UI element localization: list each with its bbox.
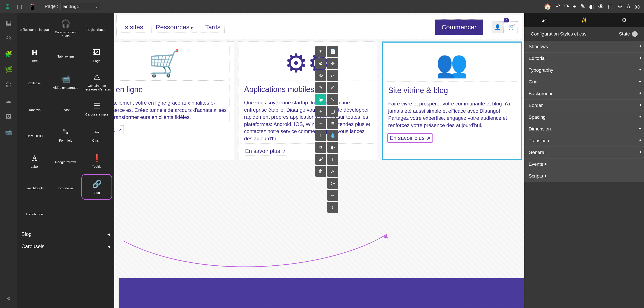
- tablet-icon[interactable]: ▢: [17, 3, 22, 10]
- comp-loginbutton[interactable]: Loginbutton: [19, 200, 50, 226]
- home-icon[interactable]: 🏠: [544, 3, 552, 10]
- text-icon[interactable]: T: [327, 154, 338, 165]
- mobile-icon[interactable]: 📱: [29, 3, 36, 10]
- move-icon[interactable]: ✥: [327, 58, 338, 69]
- image-icon[interactable]: 🖼: [6, 113, 12, 120]
- prop-transition[interactable]: Transition: [524, 135, 644, 147]
- comp-carousel-simple[interactable]: ☰Carousel simple: [82, 96, 112, 122]
- comp-googlereviews[interactable]: Googlereviews: [50, 148, 81, 174]
- comp-lien[interactable]: 🔗Lien: [82, 174, 112, 200]
- comp-collapse[interactable]: Collapse: [19, 69, 50, 95]
- card-boutique[interactable]: 🛒 que en ligne pez facilement votre en l…: [114, 42, 234, 160]
- visibility-icon[interactable]: 👁: [315, 46, 326, 57]
- page-dropdown[interactable]: landing1: [60, 3, 101, 10]
- half-icon[interactable]: ◐: [327, 142, 338, 153]
- edit-icon[interactable]: ✎: [580, 3, 585, 10]
- comp-tooltip[interactable]: ❗Tooltip: [82, 148, 112, 174]
- font-tool-icon[interactable]: A: [327, 166, 338, 177]
- comp-dropdown[interactable]: Dropdown: [50, 174, 81, 200]
- prop-dimension[interactable]: Dimension: [524, 123, 644, 135]
- wand-icon[interactable]: ✨: [581, 17, 588, 23]
- file-icon[interactable]: 📄: [327, 46, 338, 57]
- undo-icon[interactable]: ↶: [555, 3, 560, 10]
- video-icon[interactable]: 📹: [5, 129, 12, 136]
- prop-general[interactable]: General: [524, 147, 644, 158]
- card-link-selected[interactable]: En savoir plus↗: [387, 133, 433, 143]
- section-carousels[interactable]: Carousels◂: [17, 240, 114, 252]
- footer-section[interactable]: [118, 278, 524, 308]
- comp-switchtoggle[interactable]: Switchtoggle: [19, 174, 50, 200]
- brush-icon[interactable]: 🖌: [315, 154, 326, 165]
- prop-typography[interactable]: Typography: [524, 64, 644, 76]
- comp-label[interactable]: ALabel: [19, 148, 50, 174]
- section-blog[interactable]: Blog◂: [17, 228, 114, 240]
- commencer-button[interactable]: Commencer: [435, 20, 483, 35]
- add-icon[interactable]: +: [315, 106, 326, 117]
- trash-icon[interactable]: 🗑: [315, 166, 326, 177]
- brush-icon[interactable]: 🖌: [542, 17, 547, 23]
- prop-scripts[interactable]: Scripts+: [524, 170, 644, 182]
- gear-icon[interactable]: ⚙: [617, 3, 623, 10]
- refresh-icon[interactable]: ⟲: [315, 70, 326, 81]
- card-link[interactable]: En savoir plus↗: [243, 147, 288, 155]
- comp-registerbutton[interactable]: Registerbutton: [82, 15, 112, 42]
- settings-icon[interactable]: ⚙: [315, 58, 326, 69]
- comp-tabnavs[interactable]: Tabnavs: [19, 96, 50, 122]
- minus-icon[interactable]: −: [315, 118, 326, 129]
- gear-icon[interactable]: ⚙: [622, 17, 627, 23]
- comp-enregistrement-audio[interactable]: 🎧Enregistrement audio: [50, 15, 81, 42]
- vert-arrows-icon[interactable]: ↕: [327, 202, 338, 213]
- contrast-icon[interactable]: ◐: [589, 3, 594, 10]
- horiz-arrows-icon[interactable]: ↔: [327, 190, 338, 201]
- prop-spacing[interactable]: Spacing: [524, 111, 644, 123]
- desktop-icon[interactable]: 🖥: [4, 3, 10, 10]
- align-icon[interactable]: ≡: [327, 118, 338, 129]
- state-toggle[interactable]: State: [619, 31, 638, 37]
- prop-border[interactable]: Border: [524, 100, 644, 111]
- drop-icon[interactable]: 💧: [327, 130, 338, 141]
- user-icon[interactable]: 👤: [492, 21, 504, 33]
- up-icon[interactable]: ↑: [315, 130, 326, 141]
- collapse-diag-icon[interactable]: ⤡: [327, 94, 338, 105]
- puzzle-icon[interactable]: 🧩: [5, 51, 12, 58]
- tree-icon[interactable]: ⚇: [6, 35, 11, 42]
- collapse-nav-icon[interactable]: «: [7, 295, 10, 301]
- swap-icon[interactable]: ⇄: [327, 70, 338, 81]
- prop-shadows[interactable]: Shadows: [524, 41, 644, 52]
- copy-icon[interactable]: ⧉: [315, 142, 326, 153]
- prop-events[interactable]: Events+: [524, 158, 644, 170]
- comp-titre[interactable]: HTitre: [19, 42, 50, 68]
- grid-icon[interactable]: ▦: [6, 19, 11, 26]
- comp-video-embarquee[interactable]: 📹Vidéo embarquée: [50, 69, 81, 95]
- font-icon[interactable]: A: [626, 3, 631, 10]
- nav-tarifs[interactable]: Tarifs: [201, 22, 224, 33]
- card-site-vitrine[interactable]: 👥 Site vitrine & blog Faire vivre et pro…: [382, 42, 522, 160]
- prop-background[interactable]: Background: [524, 88, 644, 100]
- comp-cmshr[interactable]: ↔Cmshr: [82, 122, 112, 148]
- comp-selecteur-langue[interactable]: Sélecteur de langue: [19, 15, 50, 42]
- prop-grid[interactable]: Grid: [524, 76, 644, 88]
- target-icon[interactable]: ◎: [634, 3, 640, 10]
- card-applications[interactable]: ⚙⚙ Applications mobiles Que vous soyez u…: [238, 42, 377, 160]
- comp-container-erreurs[interactable]: ⚠Container de messages d'erreurs: [82, 69, 112, 95]
- redo-icon[interactable]: ↷: [564, 3, 569, 10]
- bank-icon[interactable]: 🏛: [6, 82, 12, 89]
- leaf-icon[interactable]: 🌿: [5, 66, 12, 73]
- card-link[interactable]: r plus↗: [114, 125, 124, 134]
- cloud-icon[interactable]: ☁: [6, 97, 12, 104]
- eye-icon[interactable]: 👁: [598, 3, 604, 10]
- nav-sites[interactable]: s sites: [121, 22, 147, 33]
- comp-chat-tidio[interactable]: Chat TIDIO: [19, 122, 50, 148]
- pencil-icon[interactable]: ✎: [315, 82, 326, 93]
- circle-tool-icon[interactable]: ◎: [327, 178, 338, 189]
- nav-ressources[interactable]: Ressources: [152, 22, 197, 33]
- prop-editorial[interactable]: Editorial: [524, 52, 644, 64]
- cart-icon[interactable]: 🛒0: [506, 21, 518, 33]
- comp-formfield[interactable]: ✎Formfield: [50, 122, 81, 148]
- plus-icon[interactable]: +: [573, 3, 576, 10]
- selected-tool-icon[interactable]: ◉: [315, 94, 326, 105]
- square-icon[interactable]: ▢: [608, 3, 614, 10]
- comp-logo[interactable]: 🖼Logo: [82, 42, 112, 68]
- box-icon[interactable]: ▢: [327, 106, 338, 117]
- comp-tabnavitem[interactable]: Tabnavitem: [50, 42, 81, 68]
